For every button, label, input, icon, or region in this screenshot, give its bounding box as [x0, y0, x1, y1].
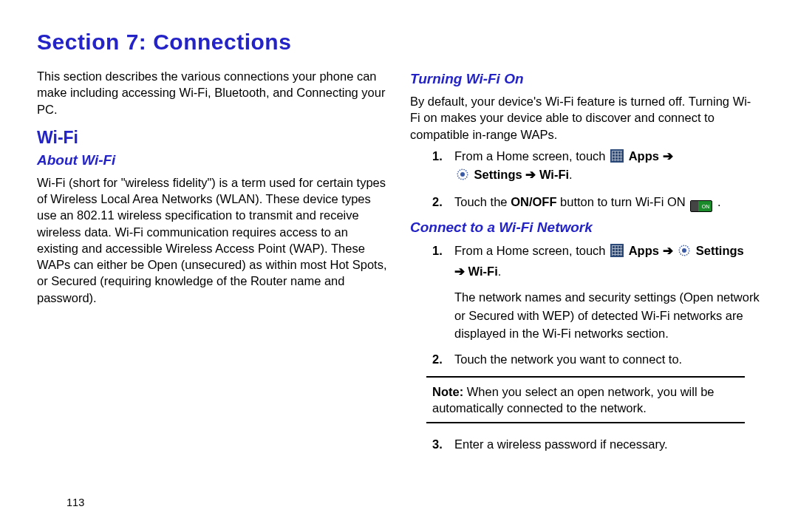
step-text: button to turn Wi-Fi ON — [560, 195, 689, 208]
arrow-icon: ➔ — [525, 168, 536, 181]
settings-label: Settings — [696, 244, 744, 257]
note-label: Note: — [432, 385, 463, 398]
subtopic-connect-wifi: Connect to a Wi-Fi Network — [410, 219, 761, 236]
step-item: From a Home screen, touch Apps ➔ Setting… — [454, 242, 761, 343]
right-column: Turning Wi-Fi On By default, your device… — [410, 68, 761, 461]
arrow-icon: ➔ — [454, 265, 465, 278]
step-item: From a Home screen, touch Apps ➔ Setting… — [454, 147, 761, 186]
step-item: Touch the ON/OFF button to turn Wi-Fi ON… — [454, 193, 761, 212]
apps-label: Apps — [629, 149, 663, 163]
step-text: From a Home screen, touch — [454, 149, 609, 163]
subtopic-about-wifi: About Wi-Fi — [37, 152, 388, 168]
step-text: Touch the — [454, 195, 511, 208]
step-followup: The network names and security settings … — [454, 288, 761, 343]
section-title: Section 7: Connections — [37, 30, 761, 55]
step-item: Enter a wireless password if necessary. — [454, 435, 761, 454]
period: . — [498, 265, 502, 278]
period: . — [717, 195, 721, 208]
step-text: From a Home screen, touch — [454, 244, 609, 257]
step-item: Touch the network you want to connect to… — [454, 350, 761, 369]
wifi-label: Wi-Fi — [468, 265, 498, 278]
step-text: Enter a wireless password if necessary. — [454, 437, 668, 451]
svg-point-3 — [682, 248, 686, 253]
step-text: Touch the network you want to connect to… — [454, 352, 682, 366]
note-block: Note: When you select an open network, y… — [426, 376, 745, 424]
svg-point-1 — [460, 172, 465, 177]
about-wifi-paragraph: Wi-Fi (short for "wireless fidelity") is… — [37, 174, 388, 306]
settings-icon — [678, 244, 691, 262]
intro-paragraph: This section describes the various conne… — [37, 68, 388, 117]
on-toggle-icon: ON — [690, 200, 712, 212]
settings-icon — [456, 168, 469, 186]
turning-on-paragraph: By default, your device's Wi-Fi feature … — [410, 93, 761, 143]
note-text: When you select an open network, you wil… — [432, 385, 715, 415]
page-number: 113 — [66, 497, 84, 508]
apps-icon — [610, 149, 624, 163]
period: . — [569, 168, 573, 181]
wifi-label: Wi-Fi — [539, 168, 569, 181]
connect-steps: From a Home screen, touch Apps ➔ Setting… — [410, 242, 761, 369]
subtopic-turning-wifi-on: Turning Wi-Fi On — [410, 71, 761, 87]
turning-on-steps: From a Home screen, touch Apps ➔ Setting… — [410, 147, 761, 213]
connect-steps-cont: Enter a wireless password if necessary. — [410, 435, 761, 454]
apps-label: Apps — [629, 244, 663, 257]
topic-wifi-heading: Wi-Fi — [37, 128, 388, 148]
onoff-label: ON/OFF — [511, 195, 556, 208]
settings-label: Settings — [474, 168, 526, 181]
arrow-icon: ➔ — [663, 244, 673, 257]
arrow-icon: ➔ — [663, 149, 673, 163]
left-column: This section describes the various conne… — [37, 68, 388, 461]
apps-icon — [610, 244, 624, 257]
